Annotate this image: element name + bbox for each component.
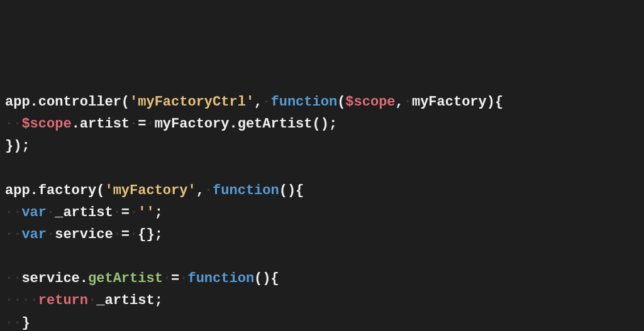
code-token: · <box>47 227 55 242</box>
code-token: } <box>5 138 13 154</box>
code-token: ·· <box>5 271 21 286</box>
code-line: app.factory('myFactory',·function(){ <box>5 180 639 202</box>
code-line <box>5 157 639 179</box>
code-token: ) <box>13 138 21 154</box>
code-token: · <box>130 227 138 242</box>
code-line: ··service.getArtist·=·function(){ <box>5 268 639 290</box>
code-token: · <box>88 293 96 308</box>
code-token: ·· <box>5 315 21 331</box>
code-token: { <box>138 227 146 242</box>
code-token: $scope <box>345 94 395 110</box>
code-token: ) <box>287 183 296 198</box>
code-token: · <box>179 271 187 286</box>
code-token: ( <box>96 183 104 198</box>
code-line: }); <box>5 135 639 157</box>
code-token: factory <box>38 183 96 198</box>
code-token: , <box>396 94 404 110</box>
code-token: . <box>80 271 88 286</box>
code-token: myFactory <box>412 94 487 110</box>
code-token: app <box>5 183 30 198</box>
code-token: service <box>55 227 113 242</box>
code-token: ) <box>487 94 495 110</box>
code-token: _artist <box>55 205 113 220</box>
code-line <box>5 246 639 268</box>
code-token: ···· <box>5 293 38 308</box>
code-token: · <box>404 94 412 110</box>
code-token: · <box>113 205 121 220</box>
code-token: ; <box>155 293 163 308</box>
code-line: ··} <box>5 312 639 331</box>
code-token: { <box>271 271 279 286</box>
code-token: . <box>72 116 80 132</box>
code-token: myFactory <box>155 116 230 132</box>
code-token: _artist <box>96 293 154 308</box>
code-token: ( <box>337 94 345 110</box>
code-token: artist <box>80 116 130 132</box>
code-token: . <box>30 183 38 198</box>
code-token: } <box>146 227 154 242</box>
code-line: app.controller('myFactoryCtrl',·function… <box>5 91 639 113</box>
code-token: ) <box>321 116 329 132</box>
code-token: getArtist <box>88 271 163 286</box>
code-token: { <box>296 183 304 198</box>
code-token: · <box>113 227 121 242</box>
code-token: 'myFactoryCtrl' <box>130 94 254 110</box>
code-token: service <box>21 271 79 286</box>
code-token: ·· <box>5 205 21 220</box>
code-line: ··$scope.artist·=·myFactory.getArtist(); <box>5 113 639 135</box>
code-token: function <box>213 183 279 198</box>
code-token: getArtist <box>238 116 313 132</box>
code-token: } <box>21 315 30 331</box>
code-token: function <box>271 94 338 110</box>
code-token: ·· <box>5 227 21 242</box>
code-token: return <box>38 293 88 308</box>
code-token: ( <box>279 183 287 198</box>
code-token: app <box>5 94 30 110</box>
code-token: · <box>163 271 171 286</box>
code-line: ··var·_artist·=·''; <box>5 202 639 224</box>
code-token: var <box>21 205 47 220</box>
code-token: { <box>495 94 503 110</box>
code-token: ( <box>121 94 130 110</box>
code-token: function <box>187 271 254 286</box>
code-token: · <box>130 205 138 220</box>
code-token: ; <box>155 205 163 220</box>
code-token: ; <box>155 227 163 242</box>
code-token: . <box>229 116 237 132</box>
code-line: ··var·service·=·{}; <box>5 224 639 246</box>
code-editor[interactable]: app.controller('myFactoryCtrl',·function… <box>5 91 639 331</box>
code-line: ····return·_artist; <box>5 290 639 312</box>
code-token: 'myFactory' <box>104 183 196 198</box>
code-token: '' <box>138 205 154 220</box>
code-token: · <box>130 116 138 132</box>
code-token: = <box>171 271 179 286</box>
code-token: · <box>47 205 55 220</box>
code-token: = <box>138 116 146 132</box>
code-token: controller <box>38 94 121 110</box>
code-token: ·· <box>5 116 21 132</box>
code-token: $scope <box>21 116 71 132</box>
code-token: · <box>146 116 154 132</box>
code-token: , <box>254 94 262 110</box>
code-token: ; <box>329 116 337 132</box>
code-token: = <box>121 227 130 242</box>
code-token: · <box>262 94 270 110</box>
code-token: , <box>196 183 204 198</box>
code-token: · <box>204 183 213 198</box>
code-token: ) <box>262 271 270 286</box>
code-token: ( <box>313 116 321 132</box>
code-token: ; <box>21 138 30 154</box>
code-token: ( <box>254 271 262 286</box>
code-token: = <box>121 205 130 220</box>
code-token: . <box>30 94 38 110</box>
code-token: var <box>21 227 47 242</box>
